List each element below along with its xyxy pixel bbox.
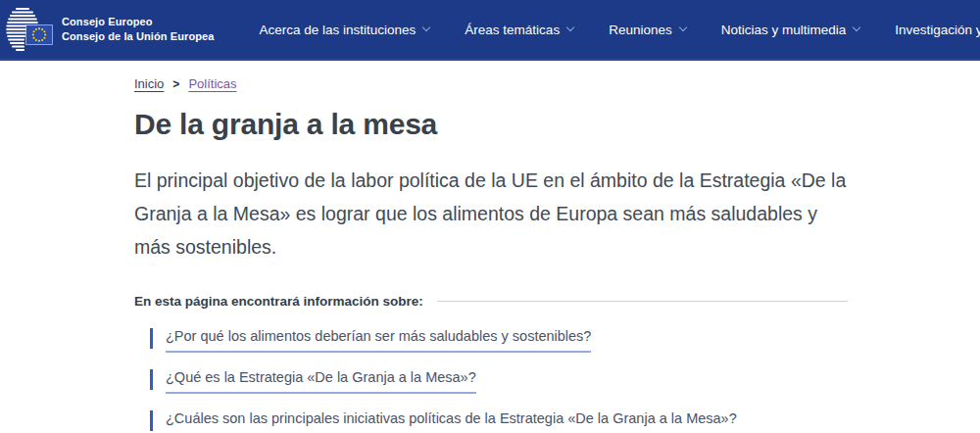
toc-bar-icon: [150, 328, 153, 349]
chevron-down-icon: [853, 24, 860, 31]
page: Consejo Europeo Consejo de la Unión Euro…: [0, 0, 980, 433]
nav-item-label: Áreas temáticas: [465, 23, 560, 37]
council-swirl-icon: [6, 4, 55, 55]
horizontal-rule: [437, 301, 848, 302]
toc-bar-icon: [150, 369, 153, 390]
nav-item-label: Reuniones: [609, 23, 672, 37]
on-this-page-section: En esta página encontrará información so…: [134, 294, 848, 309]
breadcrumb-separator-icon: >: [172, 77, 179, 91]
nav-item-areas-tematicas[interactable]: Áreas temáticas: [465, 23, 573, 37]
toc-list: ¿Por qué los alimentos deberían ser más …: [134, 327, 848, 433]
logo-text: Consejo Europeo Consejo de la Unión Euro…: [62, 15, 215, 44]
nav-item-label: Acerca de las instituciones: [260, 23, 416, 37]
page-title: De la granja a la mesa: [134, 108, 848, 141]
toc-link-principales-iniciativas[interactable]: ¿Cuáles son las principales iniciativas …: [166, 409, 737, 433]
site-header: Consejo Europeo Consejo de la Unión Euro…: [0, 0, 980, 61]
toc-bar-icon: [150, 410, 153, 431]
breadcrumb: Inicio > Políticas: [134, 76, 848, 91]
logo-line1: Consejo Europeo: [62, 15, 215, 29]
toc-item: ¿Por qué los alimentos deberían ser más …: [150, 327, 848, 353]
breadcrumb-link-politicas[interactable]: Políticas: [188, 76, 236, 91]
lead-paragraph: El principal objetivo de la labor políti…: [134, 164, 848, 264]
nav-item-noticias-y-multimedia[interactable]: Noticias y multimedia: [721, 23, 860, 37]
logo-line2: Consejo de la Unión Europea: [62, 29, 215, 44]
toc-link-saludables-sostenibles[interactable]: ¿Por qué los alimentos deberían ser más …: [166, 327, 591, 353]
main-nav: Acerca de las instituciones Áreas temáti…: [260, 23, 980, 37]
nav-item-investigacion-y-publicaciones[interactable]: Investigación y publicaciones: [895, 23, 980, 37]
chevron-down-icon: [678, 24, 686, 31]
nav-item-acerca-de-las-instituciones[interactable]: Acerca de las instituciones: [260, 23, 430, 37]
council-logo[interactable]: Consejo Europeo Consejo de la Unión Euro…: [6, 4, 215, 55]
toc-link-que-es-la-estrategia[interactable]: ¿Qué es la Estrategia «De la Granja a la…: [166, 368, 476, 394]
toc-item: ¿Cuáles son las principales iniciativas …: [150, 409, 848, 433]
toc-item: ¿Qué es la Estrategia «De la Granja a la…: [150, 368, 848, 394]
nav-item-label: Investigación y publicaciones: [895, 23, 980, 37]
nav-item-label: Noticias y multimedia: [721, 23, 847, 37]
breadcrumb-link-inicio[interactable]: Inicio: [134, 76, 164, 91]
chevron-down-icon: [566, 24, 574, 31]
nav-item-reuniones[interactable]: Reuniones: [609, 23, 686, 37]
on-this-page-label: En esta página encontrará información so…: [134, 294, 423, 309]
eu-flag-icon: [25, 24, 53, 49]
chevron-down-icon: [422, 24, 430, 31]
main-content: Inicio > Políticas De la granja a la mes…: [0, 61, 848, 433]
